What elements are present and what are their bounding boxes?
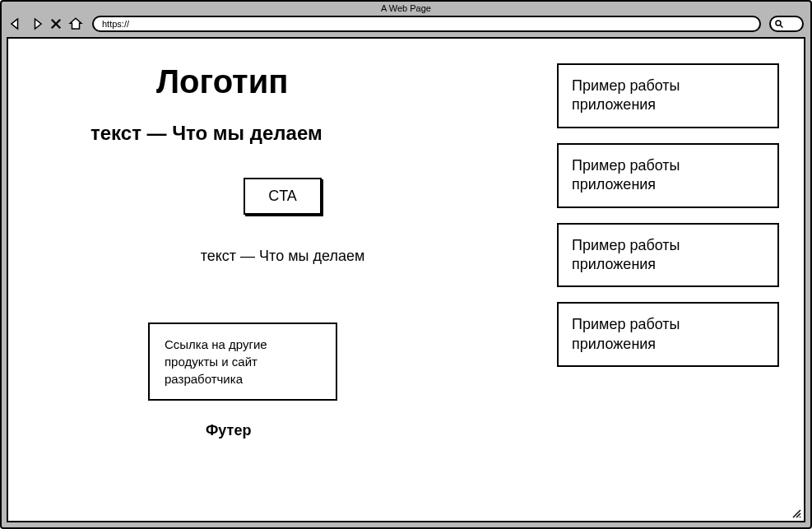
svg-line-6 [800, 517, 800, 517]
resize-grip-icon[interactable] [791, 508, 801, 518]
close-icon[interactable] [48, 16, 64, 32]
other-products-link[interactable]: Ссылка на другие продукты и сайт разрабо… [148, 323, 337, 401]
tagline: текст — Что мы делаем [90, 122, 524, 145]
forward-icon[interactable] [28, 16, 44, 32]
browser-toolbar: https:// [2, 14, 810, 37]
example-box[interactable]: Пример работы приложения [557, 223, 779, 288]
search-icon [774, 19, 784, 29]
subtext: текст — Что мы делаем [41, 248, 524, 265]
svg-line-3 [781, 26, 783, 28]
url-text: https:// [102, 19, 129, 29]
cta-button[interactable]: CTA [244, 178, 322, 215]
example-box[interactable]: Пример работы приложения [557, 143, 779, 208]
footer: Футер [206, 422, 524, 439]
cta-container: CTA [41, 178, 524, 215]
logo: Логотип [156, 63, 524, 100]
sidebar: Пример работы приложения Пример работы п… [557, 39, 804, 521]
url-input[interactable]: https:// [92, 16, 761, 32]
window-title: A Web Page [2, 2, 810, 14]
example-box[interactable]: Пример работы приложения [557, 63, 779, 128]
browser-window: A Web Page https:// [0, 0, 812, 529]
search-button[interactable] [769, 16, 804, 32]
svg-point-2 [776, 21, 781, 26]
main-column: Логотип текст — Что мы делаем CTA текст … [8, 39, 557, 521]
home-icon[interactable] [67, 16, 84, 32]
page-content: Логотип текст — Что мы делаем CTA текст … [7, 37, 805, 522]
back-icon[interactable] [8, 16, 25, 32]
example-box[interactable]: Пример работы приложения [557, 302, 779, 367]
